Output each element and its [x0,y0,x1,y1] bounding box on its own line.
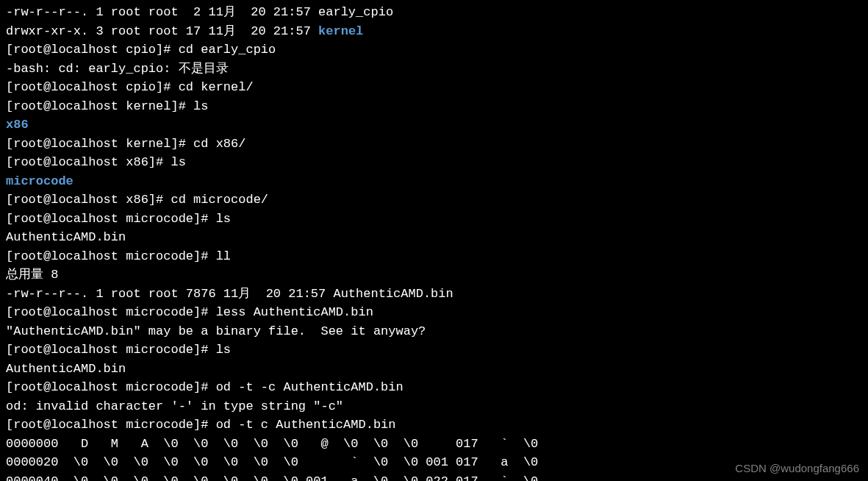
terminal-line: [root@localhost kernel]# cd x86/ [6,135,862,154]
terminal-text: [root@localhost x86]# cd microcode/ [6,193,268,207]
directory-name: microcode [6,174,73,188]
terminal-line: [root@localhost microcode]# less Authent… [6,303,862,322]
terminal-text: 0000020 \0 \0 \0 \0 \0 \0 \0 \0 ` \0 \0 … [6,455,538,469]
terminal-text: [root@localhost microcode]# od -t -c Aut… [6,380,403,394]
directory-name: x86 [6,118,29,132]
terminal-text: [root@localhost microcode]# od -t c Auth… [6,418,396,432]
terminal-text: [root@localhost microcode]# ll [6,249,231,263]
terminal-text: -rw-r--r--. 1 root root 7876 11月 20 21:5… [6,287,453,301]
terminal-line: [root@localhost microcode]# ls [6,341,862,360]
terminal-text: [root@localhost x86]# ls [6,155,186,169]
terminal-line: [root@localhost microcode]# od -t -c Aut… [6,378,862,397]
terminal-line: -rw-r--r--. 1 root root 2 11月 20 21:57 e… [6,3,862,22]
terminal-line: -rw-r--r--. 1 root root 7876 11月 20 21:5… [6,285,862,304]
terminal-line: AuthenticAMD.bin [6,228,862,247]
terminal-text: -bash: cd: early_cpio: 不是目录 [6,62,229,76]
terminal-output[interactable]: -rw-r--r--. 1 root root 2 11月 20 21:57 e… [6,3,862,481]
watermark: CSDN @wudongfang666 [735,460,859,477]
terminal-line: [root@localhost x86]# ls [6,153,862,172]
terminal-line: [root@localhost x86]# cd microcode/ [6,190,862,210]
terminal-line: [root@localhost microcode]# ll [6,247,862,266]
terminal-line: [root@localhost microcode]# ls [6,210,862,229]
terminal-text: 0000000 D M A \0 \0 \0 \0 \0 @ \0 \0 \0 … [6,437,538,451]
terminal-line: [root@localhost cpio]# cd kernel/ [6,78,862,97]
terminal-line: od: invalid character '-' in type string… [6,397,862,416]
terminal-line: -bash: cd: early_cpio: 不是目录 [6,60,862,79]
terminal-line: "AuthenticAMD.bin" may be a binary file.… [6,322,862,341]
terminal-text: 0000040 \0 \0 \0 \0 \0 \0 \0 \0 001 a \0… [6,474,538,482]
terminal-text: [root@localhost microcode]# ls [6,343,231,357]
terminal-text: [root@localhost microcode]# less Authent… [6,305,373,319]
terminal-line: [root@localhost microcode]# od -t c Auth… [6,416,862,435]
terminal-text: [root@localhost kernel]# cd x86/ [6,137,245,151]
terminal-line: [root@localhost cpio]# cd early_cpio [6,40,862,60]
terminal-text: [root@localhost cpio]# cd kernel/ [6,80,254,94]
terminal-text: -rw-r--r--. 1 root root 2 11月 20 21:57 e… [6,5,393,19]
terminal-line: x86 [6,115,862,135]
terminal-text: AuthenticAMD.bin [6,230,126,244]
terminal-line: 总用量 8 [6,266,862,285]
terminal-line: microcode [6,172,862,191]
terminal-line: 0000040 \0 \0 \0 \0 \0 \0 \0 \0 001 a \0… [6,472,862,482]
terminal-text: 总用量 8 [6,268,58,282]
terminal-text: [root@localhost kernel]# ls [6,99,208,113]
terminal-line: 0000000 D M A \0 \0 \0 \0 \0 @ \0 \0 \0 … [6,435,862,454]
terminal-text: od: invalid character '-' in type string… [6,399,343,413]
directory-name: kernel [318,24,363,38]
terminal-text: AuthenticAMD.bin [6,362,126,376]
terminal-line: drwxr-xr-x. 3 root root 17 11月 20 21:57 … [6,22,862,41]
terminal-line: [root@localhost kernel]# ls [6,97,862,116]
terminal-text: drwxr-xr-x. 3 root root 17 11月 20 21:57 [6,24,318,38]
terminal-text: [root@localhost microcode]# ls [6,212,231,226]
terminal-text: [root@localhost cpio]# cd early_cpio [6,43,276,57]
terminal-text: "AuthenticAMD.bin" may be a binary file.… [6,324,426,338]
terminal-line: AuthenticAMD.bin [6,360,862,379]
terminal-line: 0000020 \0 \0 \0 \0 \0 \0 \0 \0 ` \0 \0 … [6,453,862,472]
